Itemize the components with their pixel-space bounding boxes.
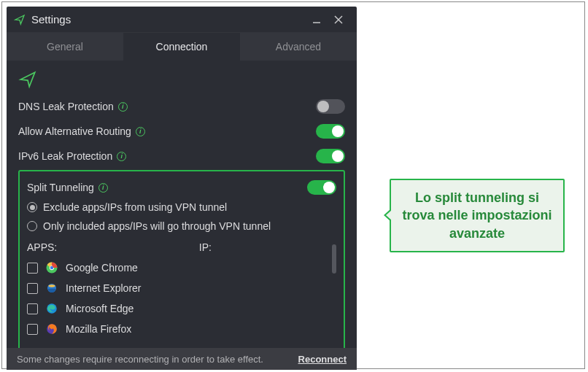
app-label: Microsoft Edge (66, 303, 134, 314)
radio-include[interactable]: Only included apps/IPs will go through V… (27, 217, 336, 236)
tab-content: DNS Leak Protection i Allow Alternative … (7, 61, 357, 348)
svg-point-7 (49, 284, 55, 287)
titlebar: Settings (7, 7, 357, 33)
settings-window: Settings General Connection Advanced DNS… (7, 7, 357, 370)
toggle-dns-leak[interactable] (316, 99, 345, 114)
chrome-icon (45, 261, 58, 274)
tab-general[interactable]: General (7, 33, 123, 61)
split-tunneling-section: Split Tunneling i Exclude apps/IPs from … (18, 170, 345, 348)
tab-label: Advanced (276, 41, 321, 53)
radio-icon (27, 202, 37, 212)
radio-label: Only included apps/IPs will go through V… (43, 220, 271, 232)
send-icon (18, 68, 345, 94)
radio-label: Exclude apps/IPs from using VPN tunnel (43, 201, 227, 213)
toggle-ipv6-leak[interactable] (316, 149, 345, 163)
ip-column: IP: (192, 241, 336, 348)
app-row[interactable]: Google Chrome (27, 257, 192, 278)
app-logo-icon (14, 14, 26, 26)
screenshot-frame: Settings General Connection Advanced DNS… (1, 1, 585, 369)
reconnect-link[interactable]: Reconnect (298, 354, 347, 365)
edge-icon (45, 302, 58, 315)
tabs: General Connection Advanced (7, 33, 357, 61)
app-label: Internet Explorer (66, 282, 142, 294)
radio-exclude[interactable]: Exclude apps/IPs from using VPN tunnel (27, 198, 336, 217)
row-split-tunneling: Split Tunneling i (27, 177, 336, 198)
row-ipv6-leak: IPv6 Leak Protection i (18, 144, 345, 168)
setting-label: IPv6 Leak Protection (18, 150, 112, 162)
firefox-icon (45, 322, 58, 336)
app-label: Mozilla Firefox (66, 323, 131, 335)
app-row[interactable]: Mozilla Firefox (27, 319, 192, 339)
tab-connection[interactable]: Connection (123, 33, 240, 61)
ip-header: IP: (199, 241, 336, 253)
app-label: Google Chrome (66, 262, 138, 274)
close-button[interactable] (328, 9, 349, 30)
apps-header: APPS: (27, 241, 192, 253)
setting-label: DNS Leak Protection (18, 101, 114, 112)
checkbox[interactable] (27, 283, 38, 294)
callout-text: Lo split tunneling si trova nelle impost… (402, 190, 552, 241)
tab-advanced[interactable]: Advanced (240, 33, 357, 61)
checkbox[interactable] (27, 324, 38, 335)
toggle-split-tunneling[interactable] (307, 180, 336, 195)
setting-label: Allow Alternative Routing (18, 125, 131, 137)
radio-icon (27, 221, 37, 231)
row-alt-routing: Allow Alternative Routing i (18, 119, 345, 144)
info-icon[interactable]: i (136, 127, 145, 136)
info-icon[interactable]: i (118, 102, 128, 112)
tab-label: General (47, 41, 83, 53)
row-dns-leak: DNS Leak Protection i (18, 94, 345, 119)
scrollbar[interactable] (332, 244, 336, 274)
toggle-alt-routing[interactable] (316, 124, 345, 139)
info-icon[interactable]: i (98, 183, 108, 193)
app-row[interactable]: Microsoft Edge (27, 298, 192, 319)
window-title: Settings (31, 13, 71, 26)
checkbox[interactable] (27, 303, 38, 314)
minimize-button[interactable] (306, 9, 328, 30)
checkbox[interactable] (27, 263, 38, 274)
annotation-callout: Lo split tunneling si trova nelle impost… (390, 179, 565, 252)
ie-icon (45, 282, 58, 295)
apps-column: APPS: Google Chrome (27, 241, 192, 348)
setting-label: Split Tunneling (27, 182, 94, 193)
footer-bar: Some changes require reconnecting in ord… (7, 348, 357, 370)
info-icon[interactable]: i (117, 152, 126, 161)
footer-message: Some changes require reconnecting in ord… (17, 354, 263, 365)
app-row[interactable]: Internet Explorer (27, 278, 192, 298)
tab-label: Connection (156, 41, 208, 53)
